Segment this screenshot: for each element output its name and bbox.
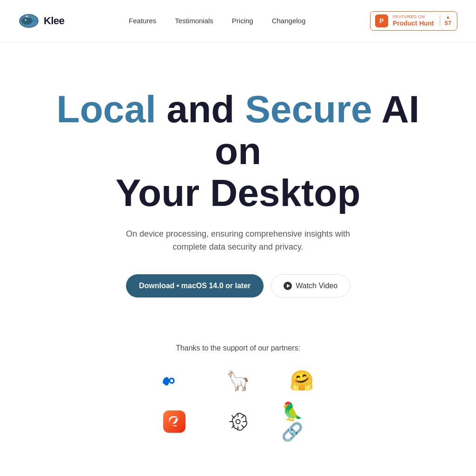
hero-title-secure: Secure: [245, 88, 372, 130]
langchain-emoji: 🦜🔗: [281, 401, 322, 442]
ollama-emoji: 🦙: [226, 369, 250, 392]
ph-arrow-icon: ▲: [446, 15, 450, 20]
partner-meta: [161, 373, 188, 388]
play-triangle: [287, 284, 290, 288]
partners-title: Thanks to the support of our partners:: [176, 344, 300, 352]
ph-featured-label: FEATURED ON: [393, 14, 434, 20]
hero-section: Local and Secure AI on Your Desktop On d…: [0, 42, 476, 325]
svg-point-4: [236, 420, 240, 424]
huggingface-emoji: 🤗: [290, 369, 314, 392]
hero-title-local: Local: [57, 88, 156, 130]
openai-icon: [227, 410, 249, 433]
nav-testimonials[interactable]: Testimonials: [175, 17, 213, 25]
partner-openai: [227, 410, 249, 433]
ph-vote-count: 57: [445, 20, 451, 26]
product-hunt-text: FEATURED ON Product Hunt: [393, 14, 434, 27]
svg-line-10: [242, 425, 244, 428]
partner-huggingface: 🤗: [290, 369, 314, 392]
svg-point-2: [21, 17, 33, 25]
logo-area[interactable]: Klee: [19, 11, 64, 31]
logo-text: Klee: [44, 15, 64, 27]
nav-changelog[interactable]: Changelog: [272, 17, 306, 25]
nav-pricing[interactable]: Pricing: [232, 17, 253, 25]
product-hunt-badge[interactable]: P FEATURED ON Product Hunt ▲ 57: [370, 11, 457, 31]
hero-title-and: and: [156, 88, 245, 130]
partners-section: Thanks to the support of our partners: 🦙…: [0, 325, 476, 470]
main-nav: Features Testimonials Pricing Changelog: [129, 17, 305, 25]
download-button[interactable]: Download • macOS 14.0 or later: [126, 274, 264, 298]
ph-name: Product Hunt: [393, 20, 434, 27]
meta-logo-icon: [161, 373, 188, 388]
partner-ollama: 🦙: [226, 369, 250, 392]
swift-icon: [163, 410, 185, 433]
hero-buttons: Download • macOS 14.0 or later Watch Vid…: [126, 274, 350, 298]
product-hunt-logo: P: [375, 14, 388, 27]
hero-title: Local and Secure AI on Your Desktop: [52, 88, 424, 214]
partners-grid: 🦙 🤗: [154, 369, 322, 442]
hero-title-line2: Your Desktop: [116, 172, 361, 214]
hero-subtitle: On device processing, ensuring comprehen…: [117, 227, 359, 254]
nav-features[interactable]: Features: [129, 17, 156, 25]
partner-swift: [163, 410, 185, 433]
klee-logo-icon: [19, 11, 39, 31]
svg-line-11: [242, 416, 244, 418]
partner-langchain: 🦜🔗: [281, 401, 322, 442]
watch-video-button[interactable]: Watch Video: [271, 274, 350, 298]
play-icon: [284, 282, 292, 290]
watch-video-label: Watch Video: [296, 282, 337, 290]
ph-votes-area: ▲ 57: [440, 15, 451, 26]
svg-point-3: [25, 19, 26, 20]
